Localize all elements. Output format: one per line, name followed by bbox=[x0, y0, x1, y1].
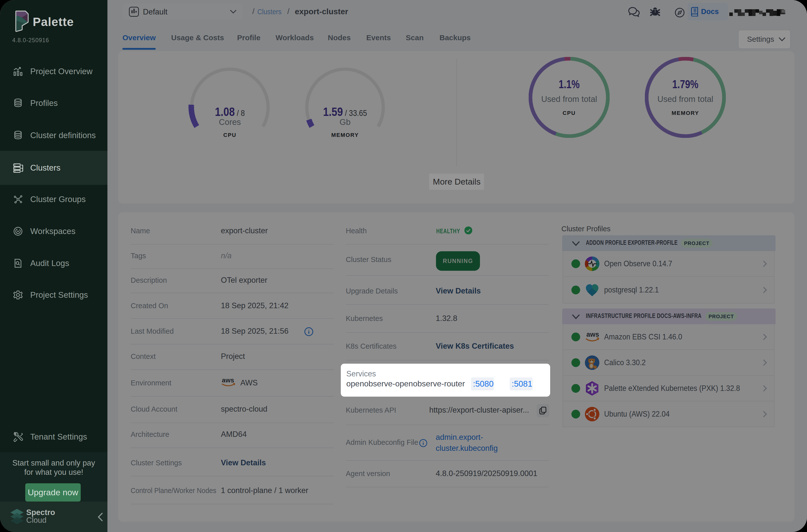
svg-text:aws: aws bbox=[222, 376, 234, 384]
svg-text:aws: aws bbox=[586, 331, 599, 338]
